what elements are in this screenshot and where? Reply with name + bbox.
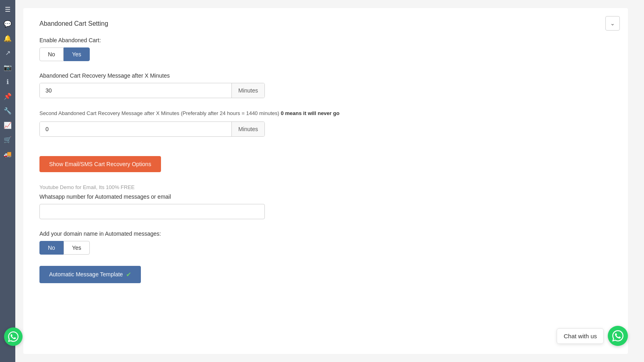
whatsapp-icon-chat: [612, 330, 623, 341]
enable-label: Enable Abandoned Cart:: [39, 37, 612, 43]
wrench-icon[interactable]: 🔧: [2, 105, 14, 117]
cart-icon[interactable]: 🛒: [2, 134, 14, 146]
bell-icon[interactable]: 🔔: [2, 32, 14, 44]
chart-icon[interactable]: 📈: [2, 119, 14, 131]
share-icon[interactable]: ↗: [2, 47, 14, 59]
bottom-chat-button[interactable]: [4, 327, 23, 346]
menu-icon[interactable]: ☰: [2, 3, 14, 15]
recovery-minutes-input[interactable]: 30: [40, 83, 231, 98]
whatsapp-icon-bottom: [8, 331, 19, 342]
whatsapp-input[interactable]: [39, 204, 265, 219]
instagram-icon[interactable]: 📷: [2, 61, 14, 73]
domain-toggle-group: No Yes: [39, 241, 612, 255]
recovery-minutes-section: Abandoned Cart Recovery Message after X …: [39, 72, 612, 98]
enable-no-button[interactable]: No: [39, 47, 64, 61]
info-icon[interactable]: ℹ: [2, 76, 14, 88]
enable-abandoned-cart-section: Enable Abandoned Cart: No Yes: [39, 37, 612, 61]
second-recovery-bold: 0 means it will never go: [281, 110, 339, 116]
chat-icon[interactable]: 💬: [2, 18, 14, 30]
page-title: Abandoned Cart Setting: [39, 20, 612, 27]
youtube-demo-link[interactable]: Youtube Demo for Email, Its 100% FREE: [39, 184, 612, 190]
chat-widget: Chat with us: [557, 326, 628, 346]
domain-label: Add your domain name in Automated messag…: [39, 230, 612, 237]
recovery-input-group: 30 Minutes: [39, 83, 265, 98]
youtube-demo-section: Youtube Demo for Email, Its 100% FREE Wh…: [39, 184, 612, 219]
second-recovery-section: Second Abandoned Cart Recovery Message a…: [39, 109, 612, 137]
second-recovery-description: Second Abandoned Cart Recovery Message a…: [39, 109, 612, 117]
pin-icon[interactable]: 📌: [2, 90, 14, 102]
second-recovery-minutes-addon: Minutes: [231, 122, 264, 136]
sidebar: ☰ 💬 🔔 ↗ 📷 ℹ 📌 🔧 📈 🛒 🚚: [0, 0, 15, 362]
whatsapp-label: Whatsapp number for Automated messages o…: [39, 193, 612, 200]
domain-section: Add your domain name in Automated messag…: [39, 230, 612, 255]
second-recovery-input-group: 0 Minutes: [39, 121, 265, 137]
recovery-minutes-addon: Minutes: [231, 83, 264, 98]
second-recovery-minutes-input[interactable]: 0: [40, 122, 231, 136]
template-button[interactable]: Automatic Message Template ✔: [39, 266, 141, 283]
show-recovery-options-button[interactable]: Show Email/SMS Cart Recovery Options: [39, 156, 161, 172]
chat-whatsapp-button[interactable]: [608, 326, 628, 346]
enable-toggle-group: No Yes: [39, 47, 612, 61]
recovery-label: Abandoned Cart Recovery Message after X …: [39, 72, 612, 79]
chat-label: Chat with us: [557, 328, 604, 344]
domain-no-button[interactable]: No: [39, 241, 64, 255]
collapse-button[interactable]: ⌄: [605, 16, 620, 31]
truck-icon[interactable]: 🚚: [2, 148, 14, 160]
main-content: Abandoned Cart Setting ⌄ Enable Abandone…: [15, 0, 644, 362]
enable-yes-button[interactable]: Yes: [64, 47, 90, 61]
domain-yes-button[interactable]: Yes: [64, 241, 90, 255]
checkmark-icon: ✔: [126, 271, 131, 278]
settings-card: Abandoned Cart Setting ⌄ Enable Abandone…: [23, 8, 628, 354]
